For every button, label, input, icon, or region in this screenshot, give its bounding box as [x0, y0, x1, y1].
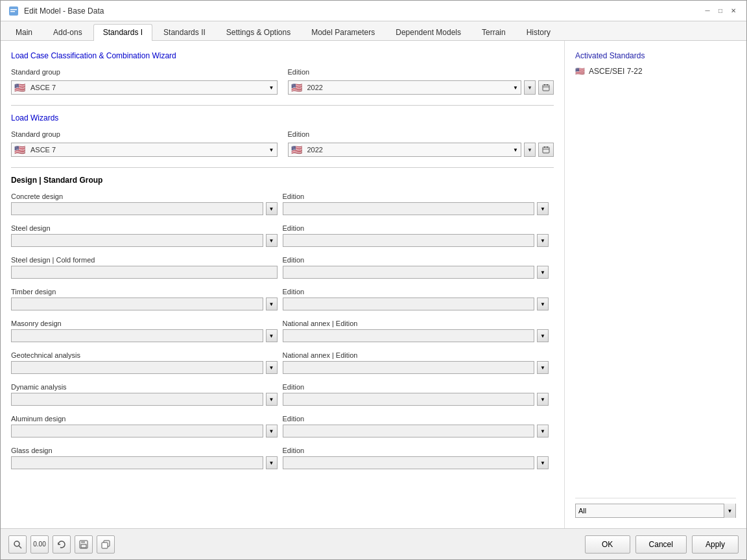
apply-button[interactable]: Apply [692, 535, 739, 554]
activated-standard-name: ASCE/SEI 7-22 [589, 67, 643, 76]
timber-arrow-btn[interactable]: ▼ [266, 298, 278, 310]
dynamic-label: Dynamic analysis [11, 383, 278, 391]
steel-cf-select[interactable] [11, 266, 278, 279]
aluminum-ed-arrow-btn[interactable]: ▼ [537, 425, 549, 438]
concrete-ed-arrow-btn[interactable]: ▼ [537, 202, 549, 215]
tab-add-ons[interactable]: Add-ons [43, 24, 92, 40]
load-wizards-settings-btn[interactable] [538, 143, 554, 157]
copy-button[interactable] [97, 535, 115, 554]
masonry-ed-label: National annex | Edition [283, 320, 549, 327]
tab-main[interactable]: Main [6, 24, 42, 40]
minimize-button[interactable]: ─ [702, 6, 713, 16]
geo-arrow-btn[interactable]: ▼ [266, 361, 278, 374]
cancel-button[interactable]: Cancel [635, 535, 687, 554]
load-case-filter-btn[interactable]: ▼ [524, 80, 536, 95]
svg-rect-3 [543, 85, 549, 91]
timber-ed-select[interactable] [283, 298, 535, 310]
steel-select[interactable] [11, 234, 263, 247]
geo-ed-arrow-btn[interactable]: ▼ [537, 361, 549, 374]
load-wizards-title: Load Wizards [11, 113, 554, 122]
load-wizards-ed-arrow: ▼ [513, 147, 521, 153]
title-bar: Edit Model - Base Data ─ □ ✕ [1, 1, 746, 21]
concrete-label: Concrete design [11, 192, 278, 200]
svg-rect-8 [544, 146, 545, 148]
activated-flag: 🇺🇸 [575, 67, 585, 76]
calendar-icon-2 [542, 146, 550, 154]
load-wizards-filter-btn[interactable]: ▼ [524, 143, 536, 157]
geo-ed-select[interactable] [283, 361, 535, 374]
load-wizards-sg-select[interactable]: 🇺🇸 ASCE 7 ▼ [11, 143, 278, 157]
copy-icon [101, 540, 110, 549]
load-case-ed-dropdown[interactable]: 2022 [305, 84, 514, 91]
load-case-section: Load Case Classification & Combination W… [11, 51, 554, 95]
dynamic-ed-select[interactable] [283, 393, 535, 406]
tab-history[interactable]: History [517, 24, 560, 40]
tab-settings-options[interactable]: Settings & Options [217, 24, 300, 40]
steel-cf-ed-label: Edition [283, 256, 549, 264]
dynamic-ed-arrow-btn[interactable]: ▼ [537, 393, 549, 406]
steel-ed-arrow-btn[interactable]: ▼ [537, 234, 549, 247]
filter-dropdown[interactable]: All [576, 507, 724, 515]
refresh-button[interactable] [53, 535, 71, 554]
load-wizards-ed-dropdown[interactable]: 2022 [305, 146, 514, 154]
design-section: Design | Standard Group Concrete design … [11, 176, 554, 478]
aluminum-edition-group: Edition ▼ [283, 415, 554, 438]
load-wizards-sg-dropdown[interactable]: ASCE 7 [28, 146, 269, 154]
filter-select-wrapper[interactable]: All ▼ [575, 504, 736, 518]
main-window: Edit Model - Base Data ─ □ ✕ Main Add-on… [0, 0, 747, 560]
load-wizards-ed-label: Edition [288, 130, 554, 138]
save-button[interactable] [75, 535, 93, 554]
dynamic-arrow-btn[interactable]: ▼ [266, 393, 278, 406]
timber-ed-arrow-btn[interactable]: ▼ [537, 298, 549, 310]
glass-select[interactable] [11, 456, 263, 469]
geo-select[interactable] [11, 361, 263, 374]
glass-group: Glass design ▼ [11, 447, 283, 469]
load-case-ed-label: Edition [288, 68, 554, 76]
tab-model-parameters[interactable]: Model Parameters [302, 24, 385, 40]
concrete-ed-select[interactable] [283, 202, 535, 215]
maximize-button[interactable]: □ [715, 6, 726, 16]
dynamic-group: Dynamic analysis ▼ [11, 383, 283, 406]
footer-buttons: OK Cancel Apply [585, 535, 739, 554]
glass-arrow-btn[interactable]: ▼ [266, 456, 278, 469]
concrete-arrow-btn[interactable]: ▼ [266, 202, 278, 215]
steel-cf-label: Steel design | Cold formed [11, 256, 278, 264]
search-button[interactable] [8, 535, 27, 554]
dynamic-select[interactable] [11, 393, 263, 406]
timber-select[interactable] [11, 298, 263, 310]
load-wizards-ed-select[interactable]: 🇺🇸 2022 ▼ [288, 143, 522, 157]
steel-cf-ed-arrow-btn[interactable]: ▼ [537, 266, 549, 279]
ok-button[interactable]: OK [585, 535, 630, 554]
tab-dependent-models[interactable]: Dependent Models [386, 24, 471, 40]
masonry-ed-arrow-btn[interactable]: ▼ [537, 329, 549, 342]
geo-edition-group: National annex | Edition ▼ [283, 351, 554, 374]
steel-cf-ed-select[interactable] [283, 266, 535, 279]
aluminum-ed-select[interactable] [283, 425, 535, 438]
load-case-settings-btn[interactable] [538, 80, 554, 95]
aluminum-arrow-btn[interactable]: ▼ [266, 425, 278, 438]
tab-terrain[interactable]: Terrain [472, 24, 516, 40]
steel-ed-select[interactable] [283, 234, 535, 247]
svg-rect-14 [81, 541, 85, 543]
close-button[interactable]: ✕ [728, 6, 739, 16]
glass-ed-select[interactable] [283, 456, 535, 469]
load-case-sg-dropdown[interactable]: ASCE 7 [28, 84, 269, 91]
window-icon [8, 6, 19, 16]
load-case-ed-select[interactable]: 🇺🇸 2022 ▼ [288, 80, 522, 95]
aluminum-select[interactable] [11, 425, 263, 438]
steel-arrow-btn[interactable]: ▼ [266, 234, 278, 247]
svg-rect-9 [547, 146, 548, 148]
concrete-select[interactable] [11, 202, 263, 215]
divider-2 [11, 167, 554, 168]
masonry-ed-select[interactable] [283, 329, 535, 342]
masonry-select[interactable] [11, 329, 263, 342]
filter-section: All ▼ [575, 498, 736, 518]
load-case-sg-select[interactable]: 🇺🇸 ASCE 7 ▼ [11, 80, 278, 95]
tab-standards-i[interactable]: Standards I [93, 24, 152, 41]
masonry-arrow-btn[interactable]: ▼ [266, 329, 278, 342]
aluminum-ed-label: Edition [283, 415, 549, 423]
tab-standards-ii[interactable]: Standards II [154, 24, 215, 40]
glass-ed-arrow-btn[interactable]: ▼ [537, 456, 549, 469]
value-button[interactable]: 0.00 [30, 535, 49, 554]
dynamic-edition-group: Edition ▼ [283, 383, 554, 406]
